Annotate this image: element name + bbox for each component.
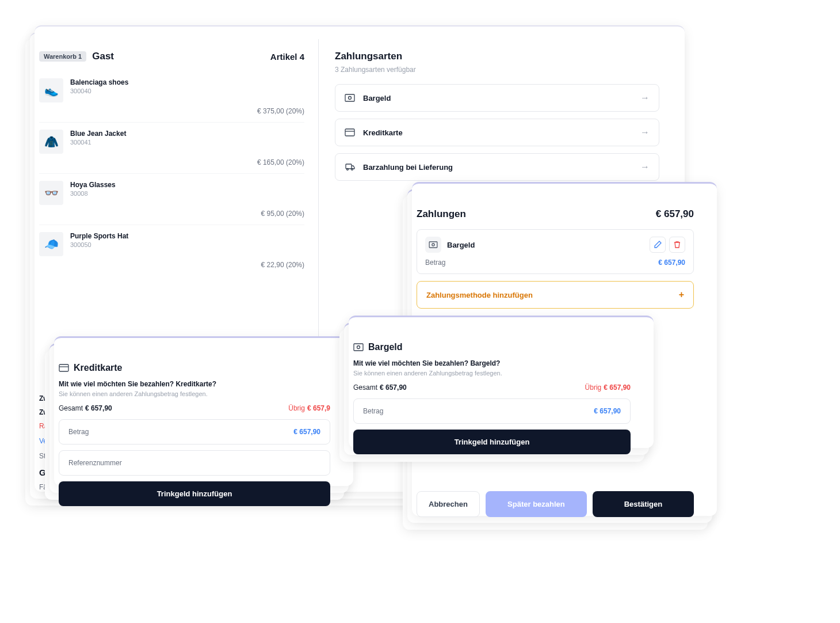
- payment-item-header: Bargeld: [425, 237, 685, 253]
- credit-card-icon: [345, 128, 356, 136]
- amount-input[interactable]: Betrag € 657,90: [353, 398, 631, 424]
- item-sku: 300050: [70, 241, 304, 248]
- payments-total: € 657,90: [656, 208, 694, 220]
- item-name: Purple Sports Hat: [70, 232, 128, 240]
- payment-method-credit[interactable]: Kreditkarte →: [335, 119, 659, 146]
- cart-article-count: Artikel 4: [270, 52, 304, 62]
- cart-item[interactable]: 👓 Hoya Glasses 30008 € 95,00 (20%): [39, 174, 304, 225]
- item-name: Balenciaga shoes: [70, 78, 128, 86]
- remaining-label: Übrig: [585, 383, 602, 392]
- modal-subtitle: Sie können einen anderen Zahlungsbetrag …: [59, 390, 330, 397]
- cancel-button[interactable]: Abbrechen: [417, 491, 480, 517]
- amount-input[interactable]: Betrag € 657,90: [59, 419, 330, 445]
- add-payment-label: Zahlungsmethode hinzufügen: [426, 291, 533, 299]
- item-image: 👓: [39, 181, 63, 205]
- reference-input[interactable]: Referenznummer: [59, 450, 330, 476]
- svg-point-1: [349, 97, 352, 100]
- add-tip-button[interactable]: Trinkgeld hinzufügen: [59, 481, 330, 506]
- svg-point-5: [347, 169, 349, 170]
- confirm-button[interactable]: Bestätigen: [593, 491, 694, 517]
- payment-amount-row: Betrag € 657,90: [425, 259, 685, 267]
- total-value: € 657,90: [380, 383, 407, 392]
- svg-rect-4: [346, 164, 352, 169]
- delete-payment-button[interactable]: [669, 237, 685, 253]
- svg-rect-7: [429, 242, 437, 248]
- svg-point-8: [432, 244, 434, 246]
- payment-amount-value: € 657,90: [658, 259, 685, 267]
- reference-label: Referenznummer: [68, 459, 122, 467]
- item-image: 🧢: [39, 232, 63, 256]
- cart-user: Gast: [92, 51, 270, 62]
- payment-method-label: Kreditkarte: [363, 128, 640, 137]
- payments-footer: Abbrechen Später bezahlen Bestätigen: [417, 491, 694, 517]
- modal-totals: Gesamt€ 657,90 Übrig€ 657,9: [59, 404, 330, 412]
- total-value: € 657,90: [85, 404, 112, 412]
- remaining-value: € 657,90: [604, 383, 631, 392]
- modal-header: Bargeld: [353, 342, 631, 352]
- cart-item[interactable]: 👟 Balenciaga shoes 300040 € 375,00 (20%): [39, 71, 304, 123]
- pay-later-button[interactable]: Später bezahlen: [486, 491, 587, 517]
- svg-point-6: [352, 169, 353, 170]
- modal-header: Kreditkarte: [59, 363, 330, 373]
- amount-value: € 657,90: [293, 428, 320, 436]
- svg-rect-9: [59, 364, 68, 371]
- amount-label: Betrag: [68, 428, 89, 436]
- item-price: € 95,00 (20%): [70, 210, 304, 218]
- delivery-icon: [345, 162, 356, 172]
- modal-title: Bargeld: [368, 342, 403, 352]
- svg-rect-2: [345, 129, 354, 136]
- item-name: Hoya Glasses: [70, 181, 116, 189]
- payment-methods-subtitle: 3 Zahlungsarten verfügbar: [335, 66, 659, 74]
- cash-icon: [425, 237, 441, 253]
- cash-icon: [353, 343, 364, 351]
- svg-rect-0: [345, 94, 354, 101]
- cart-item[interactable]: 🧢 Purple Sports Hat 300050 € 22,90 (20%): [39, 225, 304, 276]
- modal-subtitle: Sie können einen anderen Zahlungsbetrag …: [353, 370, 631, 377]
- cash-icon: [345, 94, 356, 102]
- payments-title: Zahlungen: [417, 208, 466, 220]
- payment-method-cash[interactable]: Bargeld →: [335, 84, 659, 112]
- cart-item[interactable]: 🧥 Blue Jean Jacket 300041 € 165,00 (20%): [39, 123, 304, 174]
- item-name: Blue Jean Jacket: [70, 130, 126, 138]
- payments-header: Zahlungen € 657,90: [417, 208, 694, 220]
- credit-card-icon: [59, 364, 69, 372]
- amount-label: Betrag: [363, 407, 383, 415]
- cash-modal: Bargeld Mit wie viel möchten Sie bezahle…: [339, 329, 644, 462]
- payment-method-cod[interactable]: Barzahlung bei Lieferung →: [335, 153, 659, 181]
- arrow-right-icon: →: [640, 127, 650, 138]
- payment-item-label: Bargeld: [447, 241, 650, 249]
- plus-icon: +: [679, 290, 684, 300]
- payment-methods-title: Zahlungsarten: [335, 51, 659, 62]
- item-image: 👟: [39, 78, 63, 102]
- cart-badge: Warenkorb 1: [39, 51, 86, 62]
- remaining-label: Übrig: [288, 404, 305, 412]
- payment-method-label: Bargeld: [363, 94, 640, 102]
- credit-card-modal: Kreditkarte Mit wie viel möchten Sie bez…: [45, 350, 344, 500]
- total-label: Gesamt: [59, 404, 83, 412]
- item-sku: 30008: [70, 190, 304, 197]
- edit-payment-button[interactable]: [650, 237, 666, 253]
- arrow-right-icon: →: [640, 93, 650, 103]
- modal-title: Kreditkarte: [74, 363, 122, 373]
- payment-item: Bargeld Betrag € 657,90: [417, 229, 694, 274]
- item-price: € 375,00 (20%): [70, 107, 304, 115]
- item-sku: 300040: [70, 88, 304, 94]
- add-payment-method-button[interactable]: Zahlungsmethode hinzufügen +: [417, 281, 694, 309]
- remaining-value: € 657,9: [307, 404, 330, 412]
- arrow-right-icon: →: [640, 162, 650, 172]
- payment-method-label: Barzahlung bei Lieferung: [363, 163, 640, 172]
- payment-amount-label: Betrag: [425, 259, 445, 267]
- amount-value: € 657,90: [594, 407, 621, 415]
- add-tip-button[interactable]: Trinkgeld hinzufügen: [353, 430, 631, 454]
- item-image: 🧥: [39, 130, 63, 154]
- modal-question: Mit wie viel möchten Sie bezahlen? Barge…: [353, 359, 631, 367]
- cart-header: Warenkorb 1 Gast Artikel 4: [39, 51, 304, 62]
- svg-rect-11: [354, 344, 363, 351]
- modal-question: Mit wie viel möchten Sie bezahlen? Kredi…: [59, 380, 330, 388]
- item-price: € 165,00 (20%): [70, 158, 304, 166]
- svg-point-12: [357, 346, 360, 349]
- cart-items-list: 👟 Balenciaga shoes 300040 € 375,00 (20%)…: [39, 71, 304, 382]
- modal-totals: Gesamt€ 657,90 Übrig€ 657,90: [353, 383, 631, 392]
- item-sku: 300041: [70, 139, 304, 146]
- total-label: Gesamt: [353, 383, 377, 392]
